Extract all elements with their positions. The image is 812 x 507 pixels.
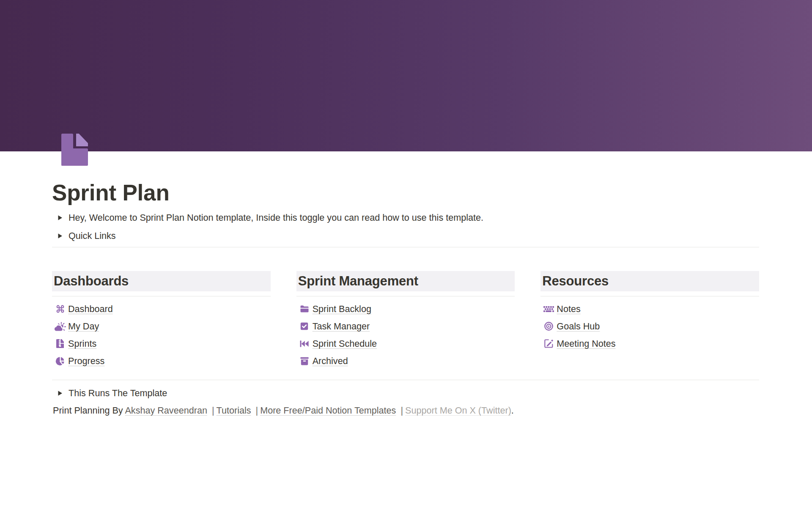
credits-suffix: . — [511, 405, 514, 416]
link-item: Meeting Notes — [540, 335, 759, 352]
page-link-sprint-schedule[interactable]: Sprint Schedule — [313, 338, 377, 349]
toggle-welcome[interactable]: Hey, Welcome to Sprint Plan Notion templ… — [52, 208, 759, 227]
page-link-archived[interactable]: Archived — [313, 356, 348, 367]
page-link-meeting-notes[interactable]: Meeting Notes — [557, 338, 615, 349]
link-item: My Day — [52, 318, 271, 335]
divider — [52, 247, 759, 247]
toggle-triangle-icon[interactable] — [55, 215, 66, 221]
toggle-triangle-icon[interactable] — [55, 390, 66, 396]
toggle-quick-links-label: Quick Links — [69, 230, 116, 241]
edit-square-icon — [542, 339, 555, 348]
section-heading: Dashboards — [52, 271, 271, 291]
link-item: Sprints — [52, 335, 271, 352]
page-link-dashboard[interactable]: Dashboard — [68, 304, 113, 315]
credits-separator: | — [212, 405, 214, 416]
section-heading: Resources — [540, 271, 759, 291]
page-link-my-day[interactable]: My Day — [68, 321, 99, 332]
divider — [540, 296, 759, 296]
divider — [52, 380, 759, 380]
link-item: Sprint Schedule — [296, 335, 515, 352]
page-icon[interactable] — [61, 134, 88, 166]
checkbox-icon — [298, 322, 311, 330]
credits-link-support-me-on-x-twitter-[interactable]: Support Me On X (Twitter) — [405, 405, 511, 416]
page-link-sprints[interactable]: Sprints — [68, 338, 96, 349]
link-item: Task Manager — [296, 318, 515, 335]
page-link-progress[interactable]: Progress — [68, 356, 104, 367]
link-list: DashboardMy DaySprintsProgress — [52, 300, 271, 370]
command-icon — [54, 304, 66, 313]
target-icon — [542, 322, 555, 331]
sun-behind-cloud-icon — [54, 321, 66, 331]
link-item: Archived — [296, 352, 515, 370]
keyboard-icon — [542, 306, 555, 312]
link-list: Sprint BacklogTask ManagerSprint Schedul… — [296, 300, 515, 370]
section-dashboards: DashboardsDashboardMy DaySprintsProgress — [52, 271, 271, 370]
credits-link-tutorials[interactable]: Tutorials — [217, 405, 251, 416]
toggle-quick-links[interactable]: Quick Links — [52, 227, 759, 245]
credits-separator: | — [401, 405, 403, 416]
divider — [296, 296, 515, 296]
pie-chart-icon — [54, 356, 66, 366]
page-link-sprint-backlog[interactable]: Sprint Backlog — [313, 304, 371, 315]
link-list: NotesGoals HubMeeting Notes — [540, 300, 759, 352]
toggle-triangle-icon[interactable] — [55, 233, 66, 239]
section-resources: ResourcesNotesGoals HubMeeting Notes — [540, 271, 759, 370]
link-item: Goals Hub — [540, 318, 759, 335]
link-item: Sprint Backlog — [296, 300, 515, 318]
credits-line: Print Planning By Akshay Raveendran|Tuto… — [53, 404, 759, 417]
page-link-goals-hub[interactable]: Goals Hub — [557, 321, 600, 332]
link-columns: DashboardsDashboardMy DaySprintsProgress… — [52, 271, 759, 370]
page-link-notes[interactable]: Notes — [557, 304, 580, 315]
skip-back-icon — [298, 340, 311, 347]
divider — [52, 296, 271, 296]
link-item: Notes — [540, 300, 759, 318]
link-item: Dashboard — [52, 300, 271, 318]
zip-document-icon — [54, 339, 66, 348]
credits-prefix: Print Planning By — [53, 405, 125, 416]
toggle-runs-template[interactable]: This Runs The Template — [52, 384, 759, 403]
toggle-welcome-label: Hey, Welcome to Sprint Plan Notion templ… — [69, 212, 483, 223]
link-item: Progress — [52, 352, 271, 370]
page-link-task-manager[interactable]: Task Manager — [313, 321, 370, 332]
page-title: Sprint Plan — [52, 151, 759, 206]
folder-icon — [298, 305, 311, 313]
cover-image — [0, 0, 812, 151]
section-sprint-management: Sprint ManagementSprint BacklogTask Mana… — [296, 271, 515, 370]
credits-link-akshay-raveendran[interactable]: Akshay Raveendran — [125, 405, 207, 416]
page-content: Sprint Plan Hey, Welcome to Sprint Plan … — [52, 151, 759, 417]
credits-separator: | — [256, 405, 258, 416]
toggle-runs-template-label: This Runs The Template — [69, 388, 167, 399]
credits-link-more-free-paid-notion-templates[interactable]: More Free/Paid Notion Templates — [260, 405, 396, 416]
archive-icon — [298, 357, 311, 365]
section-heading: Sprint Management — [296, 271, 515, 291]
